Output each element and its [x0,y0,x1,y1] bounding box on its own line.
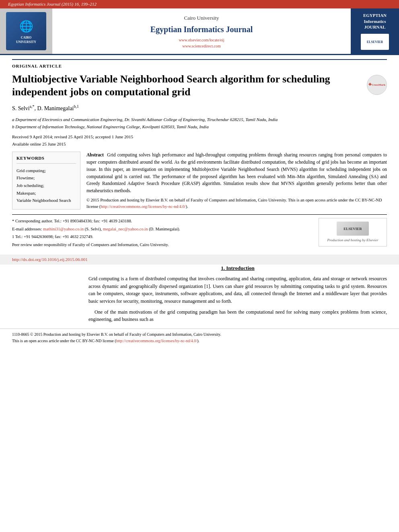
affiliation-b: b Department of Information Technology, … [12,123,387,130]
elsevier-logo: ELSEVIER [337,222,369,236]
main-content: ORIGINAL ARTICLE Multiobjective Variable… [0,55,399,252]
copyright-close: ). [186,204,188,209]
affiliations: a Department of Electronics and Communic… [12,116,387,130]
email1-name: (S. Selvi), [85,227,102,231]
keyword-2: Flowtime; [16,174,76,182]
doi-section: http://dx.doi.org/10.1016/j.eij.2015.06.… [0,255,399,265]
intro-para2: One of the main motivations of the grid … [88,308,387,323]
header-urls: www.elsevier.com/locate/eij www.scienced… [56,37,347,49]
logo-text: CAIROUNIVERSITY [16,35,36,44]
footnotes-section: * Corresponding author. Tel.: +91 890348… [12,218,387,248]
email1-link[interactable]: mathini31@yahoo.co.in [43,227,84,231]
keyword-5: Variable Neighborhood Search [16,197,76,204]
peer-review: Peer review under responsibility of Facu… [12,242,313,249]
cairo-university-logo: 🌐 CAIROUNIVERSITY [6,12,46,50]
university-logo-left: 🌐 CAIROUNIVERSITY [0,8,52,54]
journal-logo-right: EGYPTIANInformaticsJOURNAL ELSEVIER [351,8,399,54]
bottombar-line1: 1110-8665 © 2015 Production and hosting … [12,331,387,338]
email2-name: (D. Manimegalai). [149,227,180,231]
email-label: E-mail addresses: [12,227,42,231]
authors-line: S. Selvia,*, D. Manimegalaib,1 [12,104,387,112]
university-name: Cairo University [56,14,347,22]
elsevier-badge: ELSEVIER [367,40,383,44]
cc-link[interactable]: http://creativecommons.org/licenses/by-n… [101,204,186,209]
header: 🌐 CAIROUNIVERSITY Cairo University Egypt… [0,8,399,55]
corresponding-label: * Corresponding author. Tel.: +91 890348… [12,219,132,223]
abstract-label: Abstract [86,152,104,157]
intro-para1-text: Grid computing is a form of distributed … [88,276,387,304]
bottombar-link[interactable]: http://creativecommons.org/licenses/by-n… [116,339,197,343]
intro-para1: Grid computing is a form of distributed … [88,275,387,305]
abstract-text: Grid computing solves high performance a… [86,152,387,193]
intro-text: Grid computing is a form of distributed … [88,275,387,323]
crossmark-icon: ✚ CrossMark [367,75,387,95]
introduction-section: 1. Introduction Grid computing is a form… [0,265,399,327]
bottombar-text: This is an open access article under the… [12,339,116,343]
intro-right: 1. Introduction Grid computing is a form… [88,265,387,327]
intro-left-empty [12,265,80,327]
crossmark-label: CrossMark [372,83,385,87]
url2[interactable]: www.sciencedirect.com [56,43,347,49]
tel2-line: 1 Tel.: +91 9442636698; fax: +91 4632 23… [12,234,313,240]
bottombar-line2: This is an open access article under the… [12,338,387,344]
divider [12,214,387,215]
keyword-3: Job scheduling; [16,182,76,189]
journal-citation: Egyptian Informatics Journal (2015) 16, … [8,2,97,6]
email-line: E-mail addresses: mathini31@yahoo.co.in … [12,226,313,233]
abstract-block: Abstract Grid computing solves high perf… [86,152,387,195]
crossmark-badge[interactable]: ✚ CrossMark [367,75,387,95]
bottombar-close: ). [197,339,200,343]
journal-name: Egyptian Informatics Journal [56,24,347,35]
article-dates: Received 9 April 2014; revised 25 April … [12,134,387,148]
footnotes-left: * Corresponding author. Tel.: +91 890348… [12,218,313,248]
keyword-4: Makespan; [16,189,76,197]
keywords-abstract-section: KEYWORDS Grid computing; Flowtime; Job s… [12,152,387,210]
received-date: Received 9 April 2014; revised 25 April … [12,134,387,141]
intro-two-col: 1. Introduction Grid computing is a form… [12,265,387,327]
bottom-bar: 1110-8665 © 2015 Production and hosting … [0,329,399,347]
author1-name: S. Selvi [12,105,30,111]
header-center: Cairo University Egyptian Informatics Jo… [52,8,351,54]
keywords-list: Grid computing; Flowtime; Job scheduling… [16,167,76,204]
intro-heading: 1. Introduction [88,265,387,272]
article-title-row: Multiobjective Variable Neighborhood Sea… [12,73,387,99]
elsevier-logo-box: ELSEVIER Production and hosting by Elsev… [319,218,387,246]
journal-citation-bar: Egyptian Informatics Journal (2015) 16, … [0,0,399,8]
email2-link[interactable]: megalai_nec@yahoo.co.in [103,227,148,231]
copyright-text: © 2015 Production and hosting by Elsevie… [86,197,387,210]
affiliation-a: a Department of Electronics and Communic… [12,116,387,123]
url1[interactable]: www.elsevier.com/locate/eij [56,37,347,43]
corresponding-author: * Corresponding author. Tel.: +91 890348… [12,218,313,225]
elsevier-logo-text: ELSEVIER [343,226,362,232]
author2-sup: b,1 [74,104,79,109]
intro-para2-text: One of the main motivations of the grid … [88,309,387,322]
available-date: Available online 25 June 2015 [12,141,387,148]
globe-icon: 🌐 [19,18,33,34]
production-hosting-text: Production and hosting by Elsevier [322,238,383,243]
abstract-column: Abstract Grid computing solves high perf… [86,152,387,210]
article-type: ORIGINAL ARTICLE [12,59,387,69]
author2-name: D. Manimegalai [37,105,74,111]
doi-link[interactable]: http://dx.doi.org/10.1016/j.eij.2015.06.… [12,257,88,262]
keywords-title: KEYWORDS [16,155,76,163]
author1-sup: a,* [30,104,35,109]
journal-right-title: EGYPTIANInformaticsJOURNAL [363,12,387,30]
article-title: Multiobjective Variable Neighborhood Sea… [12,73,342,99]
keyword-1: Grid computing; [16,167,76,175]
keywords-box: KEYWORDS Grid computing; Flowtime; Job s… [12,152,80,210]
